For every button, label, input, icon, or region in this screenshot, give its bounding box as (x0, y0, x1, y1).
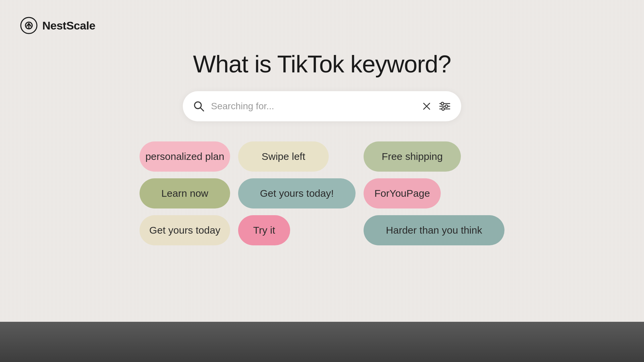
filter-button[interactable] (438, 101, 451, 112)
header: NestScale (20, 17, 95, 34)
search-icon (193, 100, 205, 112)
search-bar[interactable]: Searching for... (183, 91, 461, 121)
tag-personalized-plan[interactable]: personalized plan (140, 141, 230, 172)
svg-line-4 (201, 108, 204, 111)
search-actions (422, 101, 451, 112)
tag-get-yours-today-exclaim[interactable]: Get yours today! (238, 178, 356, 208)
search-placeholder[interactable]: Searching for... (211, 101, 416, 112)
logo-text: NestScale (42, 19, 95, 32)
svg-point-10 (441, 102, 444, 105)
tag-free-shipping[interactable]: Free shipping (364, 141, 461, 172)
tag-learn-now[interactable]: Learn now (140, 178, 230, 208)
tag-swipe-left[interactable]: Swipe left (238, 141, 329, 172)
bottom-bar (0, 322, 644, 362)
tag-try-it[interactable]: Try it (238, 215, 290, 245)
page-title: What is TikTok keyword? (193, 50, 451, 78)
tag-foryoupage[interactable]: ForYouPage (364, 178, 441, 208)
svg-point-11 (445, 105, 448, 108)
nestscale-logo-icon (20, 17, 38, 34)
tags-grid: personalized plan Swipe left Free shippi… (171, 141, 473, 245)
tag-get-yours-today[interactable]: Get yours today (140, 215, 230, 245)
tag-harder-than-you-think[interactable]: Harder than you think (364, 215, 504, 245)
svg-point-12 (442, 108, 444, 110)
main-content: What is TikTok keyword? Searching for... (171, 50, 473, 245)
clear-search-button[interactable] (422, 101, 432, 111)
